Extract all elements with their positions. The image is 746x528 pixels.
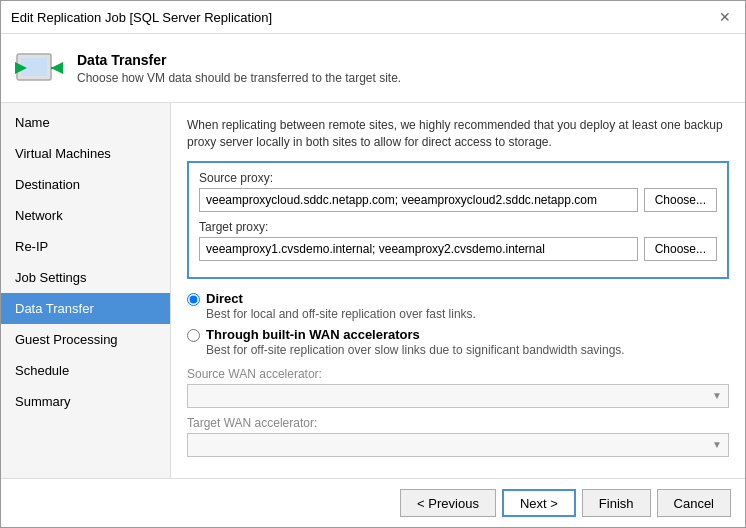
wan-radio[interactable]: [187, 329, 200, 342]
wan-section: Source WAN accelerator: ▼ Target WAN acc…: [187, 367, 729, 457]
target-wan-label: Target WAN accelerator:: [187, 416, 729, 430]
main-window: Edit Replication Job [SQL Server Replica…: [0, 0, 746, 528]
sidebar-item-reip[interactable]: Re-IP: [1, 231, 170, 262]
direct-label-text: Direct: [206, 291, 476, 306]
sidebar-item-virtual-machines[interactable]: Virtual Machines: [1, 138, 170, 169]
direct-radio-row: Direct Best for local and off-site repli…: [187, 291, 729, 321]
target-proxy-choose-button[interactable]: Choose...: [644, 237, 717, 261]
source-wan-arrow-icon: ▼: [712, 390, 722, 401]
sidebar: Name Virtual Machines Destination Networ…: [1, 103, 171, 478]
footer: < Previous Next > Finish Cancel: [1, 478, 745, 527]
target-proxy-input[interactable]: [199, 237, 638, 261]
wan-radio-row: Through built-in WAN accelerators Best f…: [187, 327, 729, 357]
source-proxy-row: Source proxy: Choose...: [199, 171, 717, 212]
wan-desc-text: Best for off-site replication over slow …: [206, 343, 625, 357]
target-proxy-input-row: Choose...: [199, 237, 717, 261]
source-proxy-label: Source proxy:: [199, 171, 717, 185]
header-subtitle: Choose how VM data should be transferred…: [77, 71, 401, 85]
sidebar-item-summary[interactable]: Summary: [1, 386, 170, 417]
source-wan-label: Source WAN accelerator:: [187, 367, 729, 381]
target-wan-dropdown[interactable]: ▼: [187, 433, 729, 457]
source-proxy-choose-button[interactable]: Choose...: [644, 188, 717, 212]
direct-desc-text: Best for local and off-site replication …: [206, 307, 476, 321]
direct-radio-label[interactable]: Direct Best for local and off-site repli…: [206, 291, 476, 321]
sidebar-item-destination[interactable]: Destination: [1, 169, 170, 200]
content-area: When replicating between remote sites, w…: [171, 103, 745, 478]
sidebar-item-guest-processing[interactable]: Guest Processing: [1, 324, 170, 355]
source-proxy-input[interactable]: [199, 188, 638, 212]
finish-button[interactable]: Finish: [582, 489, 651, 517]
target-wan-arrow-icon: ▼: [712, 439, 722, 450]
next-button[interactable]: Next >: [502, 489, 576, 517]
sidebar-item-data-transfer[interactable]: Data Transfer: [1, 293, 170, 324]
header-text: Data Transfer Choose how VM data should …: [77, 52, 401, 85]
data-transfer-icon: [15, 44, 63, 92]
target-proxy-row: Target proxy: Choose...: [199, 220, 717, 261]
title-bar: Edit Replication Job [SQL Server Replica…: [1, 1, 745, 34]
source-proxy-input-row: Choose...: [199, 188, 717, 212]
wan-label-text: Through built-in WAN accelerators: [206, 327, 625, 342]
sidebar-item-network[interactable]: Network: [1, 200, 170, 231]
info-text: When replicating between remote sites, w…: [187, 117, 729, 151]
sidebar-item-schedule[interactable]: Schedule: [1, 355, 170, 386]
sidebar-item-name[interactable]: Name: [1, 107, 170, 138]
target-proxy-label: Target proxy:: [199, 220, 717, 234]
header-title: Data Transfer: [77, 52, 401, 68]
source-wan-dropdown[interactable]: ▼: [187, 384, 729, 408]
cancel-button[interactable]: Cancel: [657, 489, 731, 517]
proxy-box: Source proxy: Choose... Target proxy: Ch…: [187, 161, 729, 279]
previous-button[interactable]: < Previous: [400, 489, 496, 517]
sidebar-item-job-settings[interactable]: Job Settings: [1, 262, 170, 293]
wan-radio-label[interactable]: Through built-in WAN accelerators Best f…: [206, 327, 625, 357]
close-button[interactable]: ✕: [715, 7, 735, 27]
main-content: Name Virtual Machines Destination Networ…: [1, 103, 745, 478]
direct-radio[interactable]: [187, 293, 200, 306]
radio-section: Direct Best for local and off-site repli…: [187, 291, 729, 357]
header-section: Data Transfer Choose how VM data should …: [1, 34, 745, 103]
window-title: Edit Replication Job [SQL Server Replica…: [11, 10, 272, 25]
